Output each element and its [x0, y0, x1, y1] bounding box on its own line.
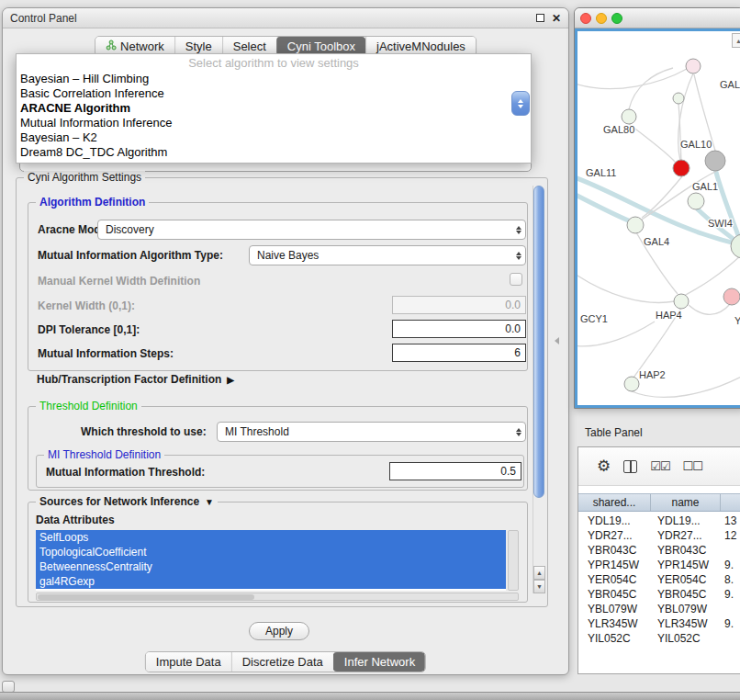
table-column-header[interactable]: shared...	[578, 494, 651, 511]
deselect-all-icon[interactable]: ☐☐	[683, 459, 702, 473]
table-cell: YLR345W	[578, 616, 651, 631]
table-column-header[interactable]	[721, 494, 740, 511]
table-row[interactable]: YLR345WYLR345W9.	[578, 616, 740, 631]
settings-scrollbar[interactable]: ▲ ▼	[533, 186, 544, 593]
network-node[interactable]	[622, 109, 636, 124]
attribute-item-topologicalcoefficient[interactable]: TopologicalCoefficient	[36, 545, 506, 559]
node-label: SWI4	[708, 218, 733, 229]
tab-label: Select	[233, 40, 266, 53]
attribute-item-betweennesscentrality[interactable]: BetweennessCentrality	[36, 559, 506, 574]
mi-threshold-label: Mutual Information Threshold:	[46, 466, 205, 479]
sources-group: Sources for Network Inference ▼ Data Att…	[28, 502, 528, 603]
tab-label: Network	[120, 40, 164, 53]
table-cell: 9.	[721, 558, 740, 572]
attribute-item-selfloops[interactable]: SelfLoops	[36, 530, 506, 545]
collapsed-arrow-icon: ▶	[227, 375, 234, 385]
network-node[interactable]	[705, 151, 725, 171]
network-node[interactable]	[688, 193, 704, 209]
aracne-mode-dropdown[interactable]: Discovery	[97, 220, 526, 240]
network-edge[interactable]	[577, 272, 675, 302]
network-node[interactable]	[673, 160, 690, 176]
attribute-item-gal4rgexp[interactable]: gal4RGexp	[36, 574, 506, 589]
network-edge[interactable]	[629, 68, 673, 109]
network-scroll-up-icon[interactable]: ▲	[732, 33, 740, 48]
apply-button[interactable]: Apply	[249, 622, 309, 640]
mi-steps-field[interactable]: 6	[392, 344, 526, 362]
network-canvas[interactable]: GAL7GAL80GAL10GAL11GAL1SWI4GAL4GCY1HAP4Y…	[575, 28, 740, 408]
popup-item-bayesian-k2[interactable]: Bayesian – K2	[17, 130, 531, 145]
cyni-algorithm-settings-group: Cyni Algorithm Settings Algorithm Defini…	[16, 177, 548, 607]
kernel-width-label: Kernel Width (0,1):	[38, 299, 135, 312]
table-row[interactable]: YBR043CYBR043C	[578, 543, 740, 558]
scrollbar-thumb[interactable]	[533, 186, 544, 498]
kernel-width-field[interactable]: 0.0	[392, 296, 526, 314]
control-panel-window: Control Panel ✕ NetworkStyleSelectCyni T…	[2, 7, 569, 675]
control-panel-titlebar[interactable]: Control Panel ✕	[3, 8, 568, 28]
gear-icon[interactable]: ⚙	[597, 457, 611, 476]
popup-item-bayesian-hill-climbing[interactable]: Bayesian – Hill Climbing	[17, 72, 531, 86]
network-window-titlebar[interactable]	[575, 8, 740, 28]
network-node[interactable]	[673, 93, 684, 104]
network-node[interactable]	[624, 377, 639, 391]
table-row[interactable]: YIL052CYIL052C	[578, 631, 740, 646]
columns-icon[interactable]	[623, 460, 637, 473]
network-node[interactable]	[723, 288, 740, 305]
network-edge[interactable]	[642, 171, 717, 220]
settings-group-title: Cyni Algorithm Settings	[24, 171, 145, 184]
combo-stepper-button[interactable]	[511, 91, 530, 116]
table-cell: YBR043C	[578, 543, 651, 558]
dpi-tolerance-field[interactable]: 0.0	[392, 320, 526, 338]
table-cell: YIL052C	[578, 631, 651, 646]
mi-steps-label: Mutual Information Steps:	[38, 347, 174, 360]
splitter-handle[interactable]	[555, 337, 559, 344]
network-edge[interactable]	[577, 322, 655, 346]
data-attributes-label: Data Attributes	[36, 514, 115, 526]
table-cell: YER054C	[578, 572, 651, 587]
table-row[interactable]: YBL079WYBL079W	[578, 602, 740, 616]
table-cell	[721, 602, 740, 616]
table-column-header[interactable]: name	[651, 494, 721, 511]
network-view-window: GAL7GAL80GAL10GAL11GAL1SWI4GAL4GCY1HAP4Y…	[574, 7, 740, 409]
manual-kernel-checkbox[interactable]	[510, 273, 522, 286]
which-threshold-value: MI Threshold	[225, 425, 512, 438]
sources-title-row[interactable]: Sources for Network Inference ▼	[36, 495, 218, 508]
table-cell: 8.	[721, 572, 740, 587]
table-row[interactable]: YBR045CYBR045C9.	[578, 587, 740, 602]
attributes-horizontal-scrollbar[interactable]	[36, 593, 519, 601]
which-threshold-dropdown[interactable]: MI Threshold	[217, 422, 526, 442]
close-icon[interactable]: ✕	[552, 14, 561, 23]
table-cell: 9.	[721, 587, 740, 602]
node-label: GAL7	[720, 79, 740, 90]
table-row[interactable]: YDL19...YDL19...13	[578, 514, 740, 528]
node-label: GAL1	[692, 181, 718, 192]
scroll-up-icon[interactable]: ▲	[533, 566, 545, 580]
network-edge[interactable]	[629, 124, 675, 162]
tab-impute-data[interactable]: Impute Data	[146, 652, 231, 672]
hub-tf-disclosure[interactable]: Hub/Transcription Factor Definition ▶	[37, 373, 234, 386]
mi-threshold-field[interactable]: 0.5	[389, 462, 521, 480]
table-cell: YDL19...	[578, 514, 651, 528]
network-node[interactable]	[627, 217, 644, 233]
table-row[interactable]: YDR27...YDR27...12	[578, 528, 740, 543]
popup-item-basic-correlation-inference[interactable]: Basic Correlation Inference	[17, 86, 531, 101]
minimize-traffic-light-icon[interactable]	[596, 13, 607, 24]
network-edge[interactable]	[577, 69, 687, 89]
table-row[interactable]: YPR145WYPR145W9.	[578, 558, 740, 572]
network-node[interactable]	[674, 294, 689, 309]
popup-item-aracne-algorithm[interactable]: ARACNE Algorithm	[17, 101, 531, 116]
zoom-traffic-light-icon[interactable]	[611, 13, 622, 24]
network-node[interactable]	[686, 59, 701, 73]
popup-item-dream8-dc-tdc-algorithm[interactable]: Dream8 DC_TDC Algorithm	[17, 145, 531, 160]
tab-label: Cyni Toolbox	[287, 40, 355, 53]
popup-item-mutual-information-inference[interactable]: Mutual Information Inference	[17, 116, 531, 130]
table-row[interactable]: YER054CYER054C8.	[578, 572, 740, 587]
tab-discretize-data[interactable]: Discretize Data	[231, 652, 333, 672]
mi-type-dropdown[interactable]: Naive Bayes	[249, 245, 526, 265]
float-window-icon[interactable]	[536, 14, 544, 22]
network-edge[interactable]	[689, 303, 731, 314]
close-traffic-light-icon[interactable]	[580, 13, 591, 24]
attributes-vertical-scrollbar[interactable]	[508, 530, 519, 591]
select-all-icon[interactable]: ☑☑	[650, 459, 669, 473]
tab-infer-network[interactable]: Infer Network	[333, 652, 425, 672]
scroll-down-icon[interactable]: ▼	[533, 580, 545, 593]
